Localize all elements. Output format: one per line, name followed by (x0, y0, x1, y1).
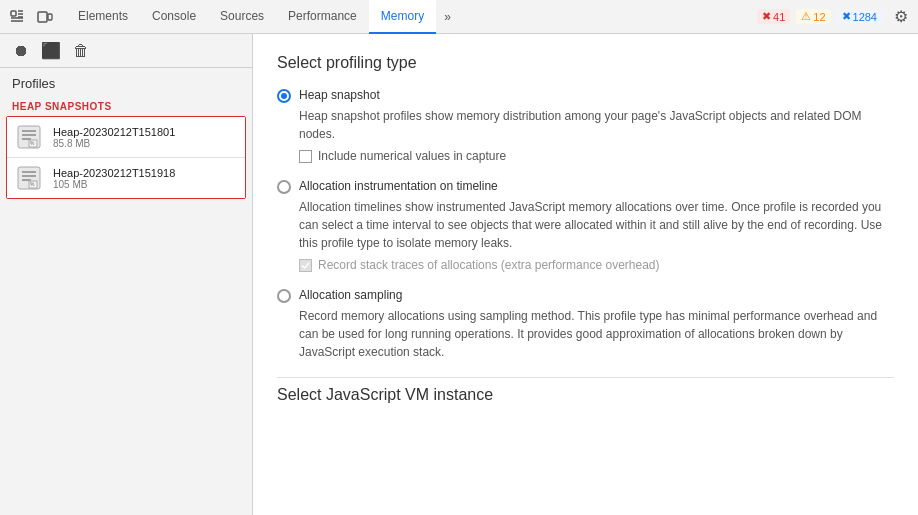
profile-size: 85.8 MB (53, 138, 175, 149)
tab-overflow[interactable]: » (436, 0, 459, 34)
error-count: 41 (773, 11, 785, 23)
error-icon: ✖ (762, 10, 771, 23)
allocation-sampling-option: Allocation sampling Record memory alloca… (277, 288, 894, 361)
device-icon[interactable] (32, 4, 58, 30)
profile-size: 105 MB (53, 179, 175, 190)
record-button[interactable]: ⏺ (8, 38, 34, 64)
error-badge[interactable]: ✖ 41 (757, 9, 790, 24)
warning-icon: ⚠ (801, 10, 811, 23)
numerical-values-row: Include numerical values in capture (299, 149, 894, 163)
tab-bar: Elements Console Sources Performance Mem… (0, 0, 918, 34)
allocation-sampling-label[interactable]: Allocation sampling (299, 288, 402, 302)
delete-button[interactable]: 🗑 (68, 38, 94, 64)
tab-console[interactable]: Console (140, 0, 208, 34)
heap-snapshot-desc: Heap snapshot profiles show memory distr… (299, 107, 894, 143)
option-row: Heap snapshot (277, 88, 894, 103)
info-icon: ✖ (842, 10, 851, 23)
devtools-icons (4, 4, 58, 30)
profile-name: Heap-20230212T151918 (53, 167, 175, 179)
allocation-timeline-radio[interactable] (277, 180, 291, 194)
info-count: 1284 (853, 11, 877, 23)
profiles-title: Profiles (0, 68, 252, 97)
svg-rect-0 (11, 11, 16, 16)
warning-count: 12 (813, 11, 825, 23)
profile-snapshot-icon: % (13, 121, 45, 153)
warning-badge[interactable]: ⚠ 12 (796, 9, 830, 24)
option-row: Allocation instrumentation on timeline (277, 179, 894, 194)
js-vm-title: Select JavaScript VM instance (277, 386, 894, 404)
main-area: ⏺ ⬛ 🗑 Profiles HEAP SNAPSHOTS % (0, 34, 918, 515)
numerical-values-checkbox[interactable] (299, 150, 312, 163)
allocation-timeline-desc: Allocation timelines show instrumented J… (299, 198, 894, 252)
profile-snapshot-icon: % (13, 162, 45, 194)
record-stack-traces-checkbox (299, 259, 312, 272)
svg-text:%: % (30, 140, 35, 146)
allocation-timeline-label[interactable]: Allocation instrumentation on timeline (299, 179, 498, 193)
tab-elements[interactable]: Elements (66, 0, 140, 34)
heap-snapshot-option: Heap snapshot Heap snapshot profiles sho… (277, 88, 894, 163)
profile-info: Heap-20230212T151918 105 MB (53, 167, 175, 190)
svg-rect-6 (38, 12, 47, 22)
svg-rect-7 (48, 14, 52, 20)
select-profiling-title: Select profiling type (277, 54, 894, 72)
record-stack-traces-label: Record stack traces of allocations (extr… (318, 258, 660, 272)
heap-snapshots-label: HEAP SNAPSHOTS (0, 97, 252, 116)
svg-text:%: % (30, 181, 35, 187)
inspect-icon[interactable] (4, 4, 30, 30)
profiles-list: % Heap-20230212T151801 85.8 MB (6, 116, 246, 199)
heap-snapshot-label[interactable]: Heap snapshot (299, 88, 380, 102)
tab-memory[interactable]: Memory (369, 0, 436, 34)
settings-button[interactable]: ⚙ (888, 4, 914, 30)
profile-name: Heap-20230212T151801 (53, 126, 175, 138)
record-stack-traces-row: Record stack traces of allocations (extr… (299, 258, 894, 272)
heap-snapshot-radio[interactable] (277, 89, 291, 103)
tab-performance[interactable]: Performance (276, 0, 369, 34)
divider (277, 377, 894, 378)
stop-button: ⬛ (38, 38, 64, 64)
option-row: Allocation sampling (277, 288, 894, 303)
profile-item[interactable]: % Heap-20230212T151918 105 MB (7, 158, 245, 198)
tab-sources[interactable]: Sources (208, 0, 276, 34)
tab-right-controls: ✖ 41 ⚠ 12 ✖ 1284 ⚙ (757, 4, 914, 30)
sidebar: ⏺ ⬛ 🗑 Profiles HEAP SNAPSHOTS % (0, 34, 253, 515)
profile-info: Heap-20230212T151801 85.8 MB (53, 126, 175, 149)
info-badge[interactable]: ✖ 1284 (837, 9, 882, 24)
allocation-sampling-radio[interactable] (277, 289, 291, 303)
allocation-timeline-option: Allocation instrumentation on timeline A… (277, 179, 894, 272)
profile-item[interactable]: % Heap-20230212T151801 85.8 MB (7, 117, 245, 158)
allocation-sampling-desc: Record memory allocations using sampling… (299, 307, 894, 361)
sidebar-toolbar: ⏺ ⬛ 🗑 (0, 34, 252, 68)
content-area: Select profiling type Heap snapshot Heap… (253, 34, 918, 515)
numerical-values-label: Include numerical values in capture (318, 149, 506, 163)
